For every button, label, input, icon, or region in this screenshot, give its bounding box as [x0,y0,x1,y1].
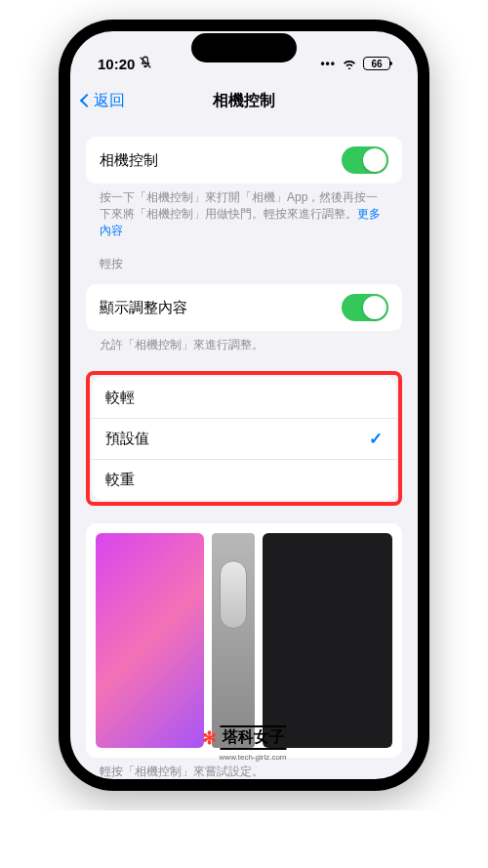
preview-phone-side [212,533,255,748]
wifi-icon [342,58,357,69]
option-heavier[interactable]: 較重 [92,459,396,500]
preview-card [86,523,402,758]
phone-screen: 10:20 ••• 66 返回 相機控制 [70,31,418,779]
camera-control-group: 相機控制 [86,137,402,184]
silent-mode-icon [139,56,152,72]
preview-wallpaper [96,533,204,748]
camera-control-toggle[interactable] [342,146,388,174]
show-adjustments-footer: 允許「相機控制」來進行調整。 [86,331,402,353]
show-adjustments-group: 顯示調整內容 [86,284,402,331]
preview-camera-ui [263,533,392,748]
option-default-label: 預設值 [105,430,149,448]
preview-camera-button [220,560,247,629]
battery-level: 66 [371,59,382,69]
page-title: 相機控制 [213,91,275,111]
navigation-bar: 返回 相機控制 [70,80,418,121]
show-adjustments-label: 顯示調整內容 [100,299,187,317]
back-label: 返回 [94,91,125,111]
watermark-url: www.tech-girlz.com [220,753,287,762]
watermark: ✻ 塔科女子 www.tech-girlz.com [202,725,287,750]
battery-indicator: 66 [363,57,390,70]
highlight-annotation: 較輕 預設值 ✓ 較重 [86,371,402,506]
status-right: ••• 66 [320,57,390,70]
watermark-logo-icon: ✻ [202,727,217,749]
option-heavier-label: 較重 [105,471,135,489]
checkmark-icon: ✓ [369,429,383,449]
back-button[interactable]: 返回 [82,91,125,111]
camera-control-row[interactable]: 相機控制 [86,137,402,184]
watermark-name: 塔科女子 [221,725,287,750]
camera-control-label: 相機控制 [100,151,158,170]
status-time: 10:20 [98,56,135,72]
show-adjustments-toggle[interactable] [342,294,388,321]
dynamic-island [191,33,297,62]
press-sensitivity-group: 較輕 預設值 ✓ 較重 [92,377,396,500]
content-area: 相機控制 按一下「相機控制」來打開「相機」App，然後再按一下來將「相機控制」用… [70,121,418,779]
show-adjustments-row[interactable]: 顯示調整內容 [86,284,402,331]
status-left: 10:20 [98,56,152,72]
option-default[interactable]: 預設值 ✓ [92,418,396,459]
camera-control-footer: 按一下「相機控制」來打開「相機」App，然後再按一下來將「相機控制」用做快門。輕… [86,184,402,238]
dots-icon: ••• [320,57,336,70]
chevron-left-icon [80,94,94,107]
option-lighter[interactable]: 較輕 [92,377,396,418]
light-press-header: 輕按 [86,238,402,276]
option-lighter-label: 較輕 [105,389,135,407]
phone-frame: 10:20 ••• 66 返回 相機控制 [59,20,429,791]
